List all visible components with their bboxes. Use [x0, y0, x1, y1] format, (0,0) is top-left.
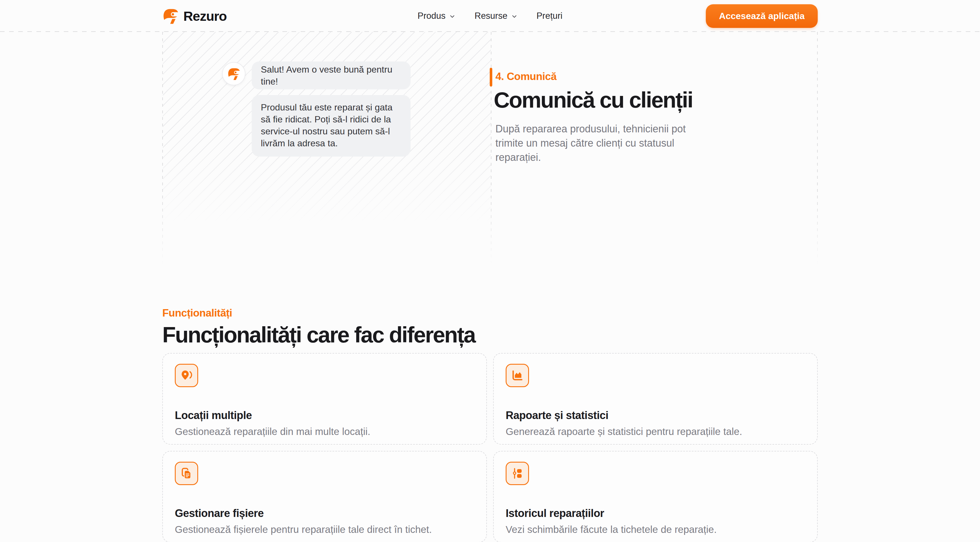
chat-message-bubble: Produsul tău este reparat și gata să fie…	[252, 95, 410, 157]
files-icon	[180, 467, 193, 480]
feature-icon-box	[175, 364, 198, 387]
nav-item-produs[interactable]: Produs	[418, 11, 456, 21]
map-pin-radius-icon	[180, 369, 193, 382]
step-communicate-section: Salut! Avem o veste bună pentru tine! Pr…	[162, 32, 818, 266]
brand-logo[interactable]: Rezuro	[162, 0, 227, 32]
rezuro-logo-mark-icon	[227, 67, 240, 80]
dashed-divider-center	[491, 32, 492, 266]
feature-card-locatii-multiple: Locații multiple Gestionează reparațiile…	[162, 353, 487, 445]
features-section: Funcționalități Funcționalități care fac…	[162, 307, 818, 542]
chevron-down-icon	[511, 13, 518, 20]
feature-description: Generează rapoarte și statistici pentru …	[506, 425, 805, 438]
chat-message-text: Salut! Avem o veste bună pentru tine!	[261, 64, 401, 87]
section-description: După repararea produsului, tehnicienii p…	[495, 122, 706, 165]
landing-page: Rezuro Produs Resurse Prețuri Accesează …	[0, 0, 980, 542]
main-nav: Produs Resurse Prețuri	[418, 0, 563, 32]
dashed-border-left	[162, 32, 163, 266]
nav-item-preturi[interactable]: Prețuri	[536, 11, 562, 21]
top-navbar: Rezuro Produs Resurse Prețuri Accesează …	[0, 0, 980, 32]
chevron-down-icon	[449, 13, 456, 20]
feature-card-istoricul-reparatiilor: Istoricul reparațiilor Vezi schimbările …	[493, 451, 818, 542]
rezuro-logo-icon	[162, 8, 179, 24]
features-title: Funcționalități care fac diferența	[162, 322, 818, 348]
brand-name: Rezuro	[183, 8, 227, 24]
feature-title: Rapoarte și statistici	[506, 409, 805, 421]
feature-title: Gestionare fișiere	[175, 507, 474, 520]
dashed-border-right	[817, 32, 818, 266]
step-label: 4. Comunică	[495, 71, 557, 83]
feature-description: Vezi schimbările făcute la tichetele de …	[506, 523, 805, 536]
feature-title: Istoricul reparațiilor	[506, 507, 805, 520]
feature-description: Gestionează fișierele pentru reparațiile…	[175, 523, 474, 536]
nav-item-resurse-label: Resurse	[475, 11, 508, 21]
step-accent-bar	[490, 68, 492, 87]
features-eyebrow-label: Funcționalități	[162, 307, 818, 319]
access-app-button[interactable]: Accesează aplicația	[706, 4, 818, 28]
nav-item-preturi-label: Prețuri	[536, 11, 562, 21]
feature-icon-box	[506, 364, 529, 387]
section-title: Comunică cu clienții	[494, 87, 692, 113]
feature-card-gestionare-fisiere: Gestionare fișiere Gestionează fișierele…	[162, 451, 487, 542]
feature-icon-box	[175, 462, 198, 485]
feature-title: Locații multiple	[175, 409, 474, 421]
chat-message-text: Produsul tău este reparat și gata să fie…	[261, 102, 393, 148]
chat-message-bubble: Salut! Avem o veste bună pentru tine!	[252, 62, 410, 89]
feature-description: Gestionează reparațiile din mai multe lo…	[175, 425, 474, 438]
features-grid: Locații multiple Gestionează reparațiile…	[162, 353, 818, 542]
nav-item-resurse[interactable]: Resurse	[475, 11, 518, 21]
feature-card-rapoarte-statistici: Rapoarte și statistici Generează rapoart…	[493, 353, 818, 445]
chart-area-icon	[511, 369, 523, 382]
chat-avatar	[222, 62, 245, 86]
nav-item-produs-label: Produs	[418, 11, 445, 21]
feature-icon-box	[506, 462, 529, 485]
repair-timeline-icon	[511, 467, 523, 480]
